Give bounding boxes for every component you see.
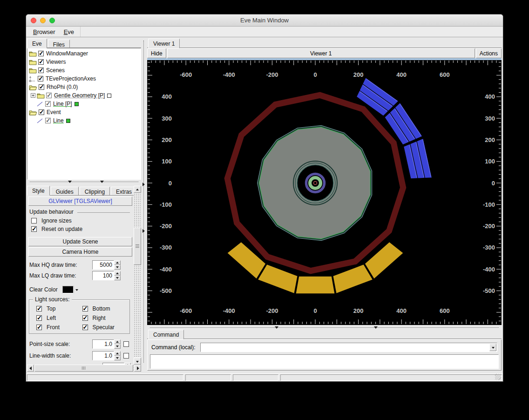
tree-item-windowmanager[interactable]: WindowManager: [29, 49, 141, 58]
tree-item-line-p-[interactable]: Line [P]: [29, 100, 141, 108]
tree-editor-splitter[interactable]: [27, 180, 141, 184]
tree-item-checkbox[interactable]: [38, 76, 43, 81]
axis-tick-label: 400: [396, 307, 407, 314]
folder-open-icon: [29, 84, 37, 90]
light-checkbox-left[interactable]: Left: [35, 315, 81, 321]
axis-tick-label: 100: [162, 158, 172, 165]
tab-guides[interactable]: Guides: [51, 187, 79, 196]
tree-item-rhophi-0-0-[interactable]: RhoPhi (0.0): [29, 83, 141, 91]
tab-command[interactable]: Command: [148, 330, 184, 339]
checkbox[interactable]: [82, 325, 88, 330]
menu-eve[interactable]: Eve: [60, 27, 78, 36]
camera-home-button[interactable]: Camera Home: [28, 247, 132, 257]
spin-down-button[interactable]: [114, 344, 121, 349]
tree-item-checkbox[interactable]: [38, 59, 44, 65]
checkbox-row-reset-on-update[interactable]: Reset on update: [30, 226, 82, 232]
tab-clipping[interactable]: Clipping: [80, 187, 110, 196]
resize-grip[interactable]: [495, 374, 501, 380]
scroll-up-button[interactable]: [134, 186, 141, 193]
clear-color-label: Clear Color: [29, 286, 58, 293]
light-checkbox-specular[interactable]: Specular: [81, 324, 127, 331]
clear-color-swatch[interactable]: [62, 286, 74, 293]
tree-item-checkbox[interactable]: [39, 109, 44, 115]
spin-value[interactable]: 1.0: [92, 339, 114, 349]
tree-item-checkbox[interactable]: [38, 51, 44, 56]
tree-item-line[interactable]: Line: [29, 116, 141, 125]
tree-item-gentle-geometry-p-[interactable]: Gentle Geometry [P]: [29, 91, 141, 100]
scroll-left-button[interactable]: [27, 365, 34, 372]
tree-item-checkbox[interactable]: [38, 68, 44, 73]
checkbox[interactable]: [82, 306, 88, 312]
checkbox[interactable]: [36, 315, 42, 321]
tab-extras[interactable]: Extras: [111, 187, 137, 196]
checkbox[interactable]: [31, 226, 37, 232]
gl-focus-highlight: [147, 58, 502, 60]
tab-eve[interactable]: Eve: [27, 39, 47, 48]
spin-down-button[interactable]: [114, 276, 121, 280]
command-input-combo[interactable]: [200, 343, 497, 352]
hide-button[interactable]: Hide: [147, 48, 166, 58]
tree-item-label: WindowManager: [46, 50, 88, 57]
editor-vertical-scrollbar[interactable]: [134, 186, 141, 365]
title-bar[interactable]: Eve Main Window: [26, 14, 503, 27]
viewer-command-splitter[interactable]: [147, 325, 502, 330]
tree-item-event[interactable]: Event: [29, 108, 141, 116]
vertical-scroll-thumb[interactable]: [134, 228, 141, 265]
spinbox: 1.0: [92, 339, 121, 349]
panes-splitter[interactable]: [142, 39, 146, 365]
spin-up-button[interactable]: [114, 260, 121, 265]
command-output-box[interactable]: [150, 354, 499, 369]
tab-viewer-1[interactable]: Viewer 1: [148, 39, 180, 48]
tree-item-checkbox[interactable]: [45, 118, 51, 123]
spin-up-button[interactable]: [114, 351, 121, 356]
light-checkbox-bottom[interactable]: Bottom: [81, 305, 127, 312]
expand-plus-icon[interactable]: [31, 93, 35, 98]
scroll-down-button[interactable]: [134, 358, 141, 365]
tree-item-checkbox[interactable]: [45, 101, 51, 107]
scale-apply-checkbox[interactable]: [123, 353, 129, 359]
tree-item-label: Viewers: [46, 59, 66, 65]
menu-browser[interactable]: Browser: [29, 27, 60, 36]
viewer-tab-row: Viewer 1: [148, 39, 181, 48]
spin-up-button[interactable]: [114, 271, 121, 276]
command-local-label: Command (local):: [151, 344, 196, 351]
spin-value[interactable]: 1.0: [92, 351, 114, 360]
clear-color-dropdown-button[interactable]: [74, 286, 80, 293]
gl-viewer-canvas[interactable]: -600-600-400-400-200-2000020020040040060…: [147, 58, 502, 325]
spin-row-label: Max LQ draw time:: [29, 272, 92, 279]
checkbox[interactable]: [31, 218, 37, 224]
command-tab-row: Command: [148, 330, 185, 339]
window-title: Eve Main Window: [26, 17, 503, 24]
checkbox[interactable]: [36, 325, 42, 330]
horizontal-scroll-thumb[interactable]: [34, 365, 133, 372]
combo-dropdown-button[interactable]: [489, 344, 496, 351]
viewer-title-bar[interactable]: Viewer 1: [167, 48, 475, 58]
editor-horizontal-scrollbar[interactable]: [27, 365, 141, 372]
light-checkbox-top[interactable]: Top: [35, 305, 81, 312]
spin-value[interactable]: 5000: [92, 260, 114, 270]
spin-value[interactable]: 100: [92, 271, 114, 280]
status-segment: [280, 374, 502, 381]
tree-item-viewers[interactable]: Viewers: [29, 58, 141, 66]
update-scene-button[interactable]: Update Scene: [28, 237, 132, 246]
checkbox[interactable]: [36, 306, 42, 312]
splitter-chevron-icon: [142, 229, 145, 233]
scroll-right-button[interactable]: [134, 365, 141, 372]
scale-apply-checkbox[interactable]: [123, 341, 129, 347]
tree-item-checkbox[interactable]: [46, 93, 52, 98]
actions-button[interactable]: Actions: [476, 48, 502, 58]
light-sources-group: Light sources: TopBottomLeftRightFrontSp…: [29, 299, 130, 334]
spin-down-button[interactable]: [114, 356, 121, 360]
glviewer-header-button[interactable]: GLViewer [TGLSAViewer]: [28, 196, 132, 206]
spin-down-button[interactable]: [114, 265, 121, 270]
spin-up-button[interactable]: [114, 339, 121, 344]
light-checkbox-front[interactable]: Front: [35, 324, 81, 331]
tree-item-scenes[interactable]: Scenes: [29, 66, 141, 75]
checkbox-row-ignore-sizes[interactable]: Ignore sizes: [30, 217, 72, 224]
update-behaviour-separator: Update behaviour: [29, 209, 130, 215]
tree-item-teveprojectionaxes[interactable]: TEveProjectionAxes: [29, 75, 141, 83]
tree-item-checkbox[interactable]: [39, 84, 44, 90]
light-checkbox-right[interactable]: Right: [81, 315, 127, 321]
tab-style[interactable]: Style: [27, 186, 50, 196]
checkbox[interactable]: [82, 315, 88, 321]
